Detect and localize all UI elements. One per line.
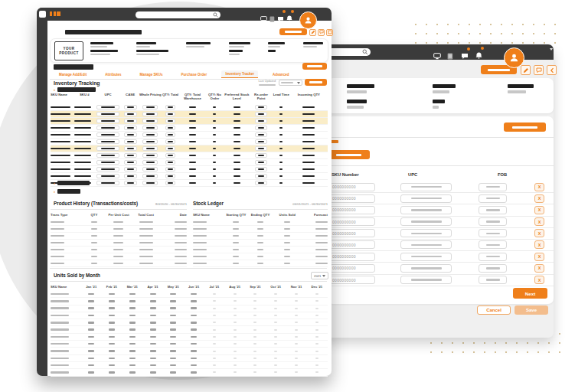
reorder-cell-input[interactable] xyxy=(255,146,267,151)
qty-cell-input[interactable] xyxy=(165,105,175,109)
nav-group[interactable] xyxy=(268,42,285,59)
monitor-icon[interactable] xyxy=(260,11,267,25)
inventory-row[interactable] xyxy=(51,159,328,166)
case-cell-input[interactable] xyxy=(124,153,137,158)
sku-number-input[interactable]: 0000000000 xyxy=(329,183,375,191)
sku-number-input[interactable]: 0000000000 xyxy=(329,194,375,203)
accordion-row[interactable]: › xyxy=(54,181,90,185)
pricing-cell-input[interactable] xyxy=(142,160,158,165)
inventory-row[interactable] xyxy=(51,180,328,187)
primary-action-button[interactable] xyxy=(279,28,307,35)
comment-button[interactable] xyxy=(534,65,544,75)
inventory-row[interactable] xyxy=(51,132,328,139)
export-button[interactable] xyxy=(305,79,327,86)
inventory-row[interactable] xyxy=(51,139,328,145)
inventory-row[interactable] xyxy=(51,166,328,173)
reorder-cell-input[interactable] xyxy=(255,132,267,137)
upc-input[interactable] xyxy=(400,253,452,261)
pricing-cell-input[interactable] xyxy=(142,132,158,137)
reorder-cell-input[interactable] xyxy=(255,105,267,109)
upc-cell-input[interactable] xyxy=(96,132,119,137)
reorder-cell-input[interactable] xyxy=(255,160,267,165)
remove-row-button[interactable]: X xyxy=(534,253,544,261)
inventory-row[interactable] xyxy=(51,125,328,132)
qty-cell-input[interactable] xyxy=(165,146,175,151)
pricing-cell-input[interactable] xyxy=(142,174,158,178)
upc-input[interactable] xyxy=(400,183,452,191)
upc-cell-input[interactable] xyxy=(96,153,119,158)
qty-cell-input[interactable] xyxy=(165,167,175,172)
edit-pencil-button[interactable] xyxy=(521,65,531,75)
upc-cell-input[interactable] xyxy=(96,105,119,109)
upc-input[interactable] xyxy=(400,229,452,237)
inventory-row[interactable] xyxy=(51,145,328,152)
window-collapse-button[interactable] xyxy=(326,29,333,36)
case-cell-input[interactable] xyxy=(124,119,137,123)
qty-cell-input[interactable] xyxy=(165,112,175,116)
fob-input[interactable] xyxy=(479,276,507,284)
inventory-row[interactable] xyxy=(51,152,328,159)
save-button[interactable]: Save xyxy=(514,305,548,315)
case-cell-input[interactable] xyxy=(124,181,137,185)
upc-cell-input[interactable] xyxy=(96,112,119,116)
case-cell-input[interactable] xyxy=(124,139,137,144)
sku-number-input[interactable]: 0000000000 xyxy=(329,217,375,226)
tab[interactable]: Attributes xyxy=(101,71,125,79)
nav-group[interactable] xyxy=(303,42,323,59)
qty-cell-input[interactable] xyxy=(165,174,175,178)
remove-row-button[interactable]: X xyxy=(534,194,544,203)
edit-pencil-button[interactable] xyxy=(309,29,316,36)
nav-group[interactable] xyxy=(186,42,211,59)
upc-input[interactable] xyxy=(400,264,452,273)
add-button-2[interactable] xyxy=(328,150,370,159)
inventory-row[interactable] xyxy=(51,173,328,180)
bell-icon[interactable] xyxy=(286,11,292,24)
upc-input[interactable] xyxy=(400,240,452,249)
reorder-cell-input[interactable] xyxy=(255,181,267,185)
upc-cell-input[interactable] xyxy=(96,174,119,178)
reorder-cell-input[interactable] xyxy=(255,119,267,123)
qty-cell-input[interactable] xyxy=(165,132,175,137)
tablet-icon[interactable] xyxy=(270,11,275,25)
section-action-button[interactable] xyxy=(302,63,327,70)
reorder-cell-input[interactable] xyxy=(255,167,267,172)
add-button[interactable] xyxy=(504,122,546,132)
sku-number-input[interactable]: 0000000000 xyxy=(329,276,375,284)
accordion-row[interactable]: › xyxy=(54,189,80,194)
remove-row-button[interactable]: X xyxy=(534,276,544,284)
user-avatar[interactable] xyxy=(299,11,317,29)
case-cell-input[interactable] xyxy=(124,126,137,130)
reorder-cell-input[interactable] xyxy=(255,174,267,178)
cancel-button[interactable]: Cancel xyxy=(477,305,511,315)
upc-input[interactable] xyxy=(400,276,452,284)
nav-group[interactable] xyxy=(90,42,118,59)
chat-icon[interactable] xyxy=(461,49,469,60)
upc-cell-input[interactable] xyxy=(96,126,119,130)
tab[interactable]: Manage SKUs xyxy=(136,71,167,79)
search-input[interactable] xyxy=(136,11,220,18)
case-cell-input[interactable] xyxy=(124,132,137,137)
case-cell-input[interactable] xyxy=(124,105,137,109)
sku-number-input[interactable]: 0000000000 xyxy=(329,229,375,237)
fob-input[interactable] xyxy=(479,229,507,237)
tab[interactable]: Inventory Tracker xyxy=(221,70,258,79)
chevron-down-icon[interactable] xyxy=(550,51,553,60)
pricing-cell-input[interactable] xyxy=(142,126,158,130)
qty-cell-input[interactable] xyxy=(165,181,175,185)
remove-row-button[interactable]: X xyxy=(534,217,544,226)
collapse-back-button[interactable] xyxy=(547,65,557,75)
inventory-row[interactable] xyxy=(51,104,328,111)
fob-input[interactable] xyxy=(479,183,507,191)
user-avatar[interactable] xyxy=(504,47,524,68)
fob-input[interactable] xyxy=(479,206,507,214)
pricing-cell-input[interactable] xyxy=(142,112,158,116)
next-button[interactable]: Next xyxy=(513,288,547,299)
nav-group[interactable] xyxy=(229,42,250,59)
upc-input[interactable] xyxy=(400,217,452,226)
sku-number-input[interactable]: 0000000000 xyxy=(329,253,375,261)
qty-cell-input[interactable] xyxy=(165,153,175,158)
chat-icon[interactable] xyxy=(277,11,284,25)
case-cell-input[interactable] xyxy=(124,146,137,151)
reorder-cell-input[interactable] xyxy=(255,153,267,158)
menu-icon[interactable] xyxy=(39,11,46,18)
